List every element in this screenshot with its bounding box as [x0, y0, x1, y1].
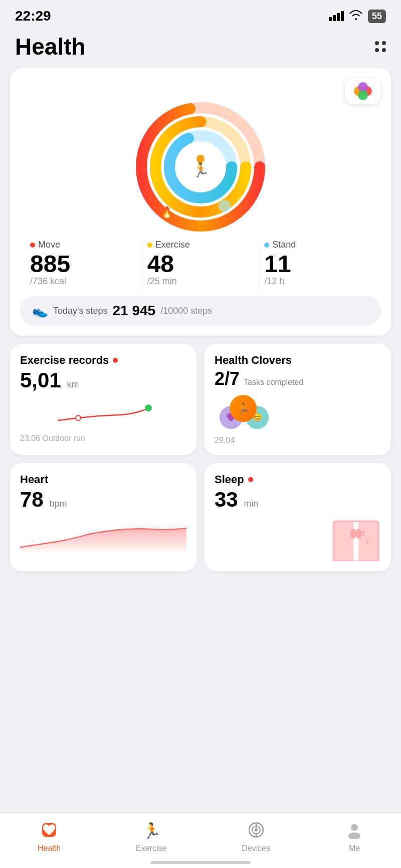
heart-card-title: Heart [20, 473, 186, 486]
activity-card: 🏃 🔥 Move 885 /736 kcal E [10, 68, 391, 336]
nav-devices-label: Devices [242, 844, 270, 853]
wifi-icon [349, 9, 363, 23]
exercise-card-value: 5,01 km [20, 369, 186, 392]
stand-stat: Stand 11 /12 h [259, 240, 376, 287]
exercise-records-card[interactable]: Exercise records 5,01 km 23.06 Outdoor r… [10, 344, 196, 455]
status-time: 22:29 [15, 8, 51, 24]
svg-point-15 [145, 404, 152, 411]
svg-point-10 [196, 155, 205, 163]
battery-icon: 55 [368, 10, 386, 23]
svg-text:z: z [361, 528, 365, 538]
svg-text:🏃: 🏃 [142, 822, 160, 839]
nav-health-label: Health [38, 844, 61, 853]
steps-pill[interactable]: 👟 Today's steps 21 945 /10000 steps [20, 296, 381, 326]
sleep-card-title: Sleep [215, 473, 381, 486]
nav-exercise[interactable]: 🏃 Exercise [136, 821, 166, 853]
sleep-card-value: 33 min [215, 488, 381, 511]
svg-rect-16 [333, 521, 353, 561]
svg-point-31 [351, 824, 358, 831]
page-header: Health [0, 28, 401, 68]
move-stat: Move 885 /736 kcal [25, 240, 142, 287]
sleep-illustration: z z [215, 516, 381, 561]
svg-text:z: z [366, 537, 369, 545]
devices-nav-icon [247, 821, 265, 841]
clovers-bubbles: 🏃 💜 😊 [215, 395, 381, 430]
health-clovers-card[interactable]: Health Clovers 2/7 Tasks completed 🏃 💜 😊 [205, 344, 391, 455]
stats-row: Move 885 /736 kcal Exercise 48 /25 min S… [20, 240, 381, 287]
svg-point-3 [358, 90, 368, 100]
status-icons: 55 [329, 9, 386, 23]
clovers-card-title: Health Clovers [215, 354, 381, 367]
exercise-card-title: Exercise records [20, 354, 186, 367]
exercise-chart [20, 398, 186, 428]
status-bar: 22:29 55 [0, 0, 401, 28]
nav-me-label: Me [349, 844, 360, 853]
nav-devices[interactable]: Devices [242, 821, 270, 853]
nav-health[interactable]: Health [38, 821, 61, 853]
activity-rings: 🏃 🔥 [20, 99, 381, 240]
me-nav-icon [345, 821, 363, 841]
sleep-card[interactable]: Sleep 33 min z z [205, 463, 391, 571]
nav-me[interactable]: Me [345, 821, 363, 853]
cards-grid: Exercise records 5,01 km 23.06 Outdoor r… [10, 344, 391, 571]
svg-text:🏃: 🏃 [192, 162, 210, 178]
home-indicator [150, 861, 251, 864]
signal-icon [329, 11, 344, 21]
svg-point-14 [76, 415, 81, 420]
nav-exercise-label: Exercise [136, 844, 166, 853]
svg-point-32 [348, 832, 360, 839]
heart-card-value: 78 bpm [20, 488, 186, 511]
more-menu-button[interactable] [375, 41, 386, 52]
svg-point-13 [219, 200, 231, 212]
exercise-stat: Exercise 48 /25 min [142, 240, 259, 287]
heart-card[interactable]: Heart 78 bpm [10, 463, 196, 571]
bottom-nav: Health 🏃 Exercise Devices [0, 812, 401, 868]
exercise-nav-icon: 🏃 [142, 821, 160, 841]
page-title: Health [15, 33, 86, 60]
heart-chart [20, 517, 186, 552]
main-content: 🏃 🔥 Move 885 /736 kcal E [0, 68, 401, 639]
svg-text:🔥: 🔥 [160, 205, 174, 219]
health-nav-icon [40, 821, 58, 841]
svg-point-29 [255, 828, 258, 831]
